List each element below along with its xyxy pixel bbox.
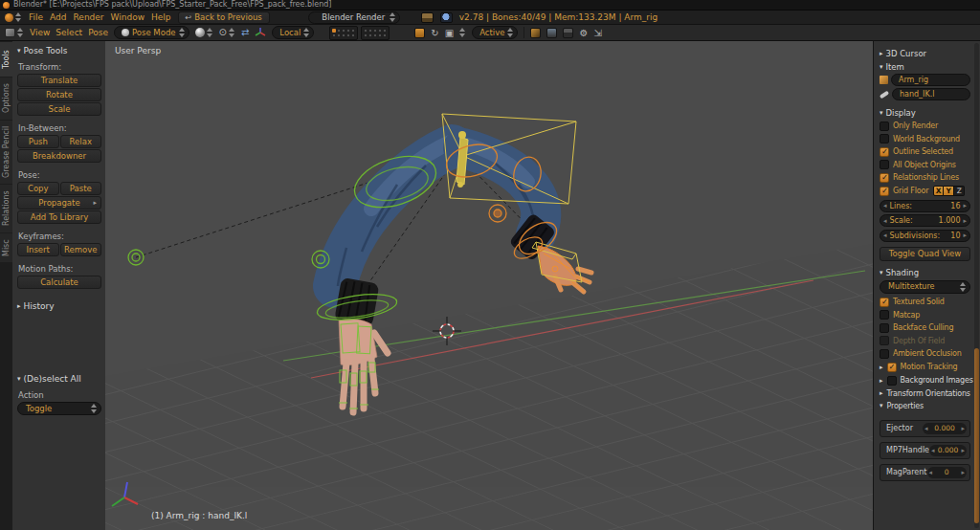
shading-panel-header[interactable]: ▾ Shading <box>880 268 970 277</box>
decrement-arrow-icon[interactable]: ◂ <box>883 217 887 225</box>
info-editor-type-button[interactable] <box>5 12 22 22</box>
menu-view[interactable]: View <box>30 28 50 37</box>
subdivisions-field[interactable]: ◂ Subdivisions: 10 ▸ <box>880 230 970 242</box>
world-background-checkbox[interactable] <box>880 134 889 144</box>
menu-select[interactable]: Select <box>56 28 82 37</box>
translate-button[interactable]: Translate <box>17 74 101 87</box>
display-panel-header[interactable]: ▾ Display <box>880 108 970 118</box>
back-to-previous-button[interactable]: ↩ Back to Previous <box>178 11 270 24</box>
shading-mode-select[interactable]: Multitexture <box>880 280 970 294</box>
layer-grid-right[interactable] <box>361 26 390 40</box>
menu-pose[interactable]: Pose <box>88 28 108 37</box>
bone-name-field[interactable]: hand_IK.l <box>892 88 970 100</box>
tab-grease-pencil[interactable]: Grease Pencil <box>0 121 12 184</box>
decrement-arrow-icon[interactable]: ◂ <box>883 202 887 210</box>
menu-add[interactable]: Add <box>50 12 66 22</box>
increment-arrow-icon[interactable]: ▸ <box>963 232 967 239</box>
translate-manipulator-icon[interactable]: ⇄ <box>241 28 249 37</box>
axis-z-toggle[interactable]: Z <box>954 186 965 196</box>
stamp-icon[interactable]: ⇲ <box>593 28 601 38</box>
breakdowner-button[interactable]: Breakdowner <box>17 149 101 163</box>
transform-orientations-panel-header[interactable]: ▸ Transform Orientations <box>880 389 970 398</box>
menu-help[interactable]: Help <box>151 12 171 22</box>
mp7handle-value-field[interactable]: ◂ 0.000 ▸ <box>929 445 967 456</box>
scrollbar-thumb[interactable] <box>974 348 979 523</box>
action-select[interactable]: Toggle <box>17 402 101 415</box>
tab-relations[interactable]: Relations <box>0 185 12 232</box>
panel-scrollbar[interactable] <box>974 43 979 528</box>
relationship-lines-checkbox[interactable] <box>880 173 889 183</box>
increment-arrow-icon[interactable]: ▸ <box>963 217 967 225</box>
deselect-panel-header[interactable]: ▾ (De)select All <box>17 374 101 384</box>
layer-grid-left[interactable] <box>329 26 358 40</box>
remove-keyframe-button[interactable]: Remove <box>60 243 102 256</box>
tab-options[interactable]: Options <box>0 77 12 120</box>
outline-selected-checkbox[interactable] <box>880 147 889 157</box>
menu-window[interactable]: Window <box>111 12 145 22</box>
background-images-checkbox[interactable] <box>887 376 897 386</box>
toggle-quad-view-button[interactable]: Toggle Quad View <box>880 247 970 261</box>
increment-arrow-icon[interactable]: ▸ <box>963 202 967 210</box>
increment-arrow-icon[interactable]: ▸ <box>961 447 965 454</box>
rotate-button[interactable]: Rotate <box>17 88 101 101</box>
propagate-button[interactable]: Propagate ▸ <box>17 196 101 210</box>
menu-file[interactable]: File <box>29 12 43 22</box>
background-images-panel-header[interactable]: ▸ Background Images <box>880 376 970 386</box>
ejector-value-field[interactable]: ◂ 0.000 ▸ <box>923 423 967 434</box>
increment-arrow-icon[interactable]: ▸ <box>961 469 965 476</box>
motion-tracking-checkbox[interactable] <box>887 363 897 372</box>
mode-select[interactable]: Pose Mode <box>114 26 189 39</box>
pose-tools-panel-header[interactable]: ▾ Pose Tools <box>17 46 101 55</box>
axis-x-toggle[interactable]: X <box>933 186 944 196</box>
snap-target-icon[interactable] <box>414 28 425 38</box>
insert-keyframe-button[interactable]: Insert <box>17 243 59 256</box>
keying-set-icon[interactable]: ⚙ <box>579 28 588 38</box>
pivot-center-select[interactable]: ⊙ <box>219 28 235 37</box>
calculate-button[interactable]: Calculate <box>17 276 101 289</box>
transform-orientation-select[interactable]: Local <box>272 26 314 39</box>
pose-label: Pose: <box>18 170 101 180</box>
tab-tools[interactable]: Tools <box>0 42 12 77</box>
relax-button[interactable]: Relax <box>60 135 102 148</box>
add-to-library-button[interactable]: Add To Library <box>17 210 101 224</box>
depth-of-field-checkbox[interactable] <box>880 336 889 345</box>
magparent-value-field[interactable]: ◂ 0 ▸ <box>927 467 968 478</box>
ambient-occlusion-checkbox[interactable] <box>880 349 889 359</box>
copy-button[interactable]: Copy <box>17 182 59 195</box>
lines-field[interactable]: ◂ Lines: 16 ▸ <box>880 200 970 212</box>
stepper-icon <box>17 28 24 37</box>
paint-brush-icon[interactable] <box>530 28 541 38</box>
scale-field[interactable]: ◂ Scale: 1.000 ▸ <box>880 214 970 227</box>
clapperboard-icon[interactable] <box>563 28 573 38</box>
item-panel-header[interactable]: ▾ Item <box>880 62 970 72</box>
matcap-checkbox[interactable] <box>880 310 889 320</box>
all-object-origins-checkbox[interactable] <box>880 160 889 169</box>
textured-solid-checkbox[interactable] <box>880 298 889 307</box>
scale-button[interactable]: Scale <box>17 102 101 116</box>
only-render-checkbox[interactable] <box>880 121 889 131</box>
render-border-icon[interactable]: ▣ <box>445 28 454 38</box>
layers-widget[interactable] <box>329 26 390 40</box>
view3d-editor-type-button[interactable] <box>5 28 24 37</box>
viewport-3d[interactable]: User Persp (1) Arm_rig : hand_IK.l <box>105 41 873 530</box>
menu-render[interactable]: Render <box>74 12 104 22</box>
active-select[interactable]: Active <box>472 26 518 39</box>
history-panel-header[interactable]: ▸ History <box>17 301 101 311</box>
axis-y-toggle[interactable]: Y <box>944 186 954 196</box>
tab-misc[interactable]: Misc <box>0 233 12 262</box>
push-button[interactable]: Push <box>17 135 59 148</box>
cursor-panel-header[interactable]: ▸ 3D Cursor <box>880 49 970 58</box>
snap-cycle-icon[interactable]: ↻ <box>431 28 438 38</box>
mp7handle-label: MP7Handle <box>886 446 929 454</box>
render-preview-icon[interactable] <box>546 28 557 38</box>
backface-culling-checkbox[interactable] <box>880 323 889 333</box>
increment-arrow-icon[interactable]: ▸ <box>961 425 965 432</box>
render-engine-select[interactable]: Blender Render <box>308 11 400 24</box>
motion-tracking-panel-header[interactable]: ▸ Motion Tracking <box>880 363 970 372</box>
viewport-shading-select[interactable] <box>195 28 213 37</box>
properties-panel-header[interactable]: ▾ Properties <box>880 402 970 410</box>
paste-button[interactable]: Paste <box>60 182 102 195</box>
grid-floor-checkbox[interactable] <box>880 187 889 196</box>
decrement-arrow-icon[interactable]: ◂ <box>883 232 887 239</box>
object-name-field[interactable]: Arm_rig <box>891 74 970 86</box>
